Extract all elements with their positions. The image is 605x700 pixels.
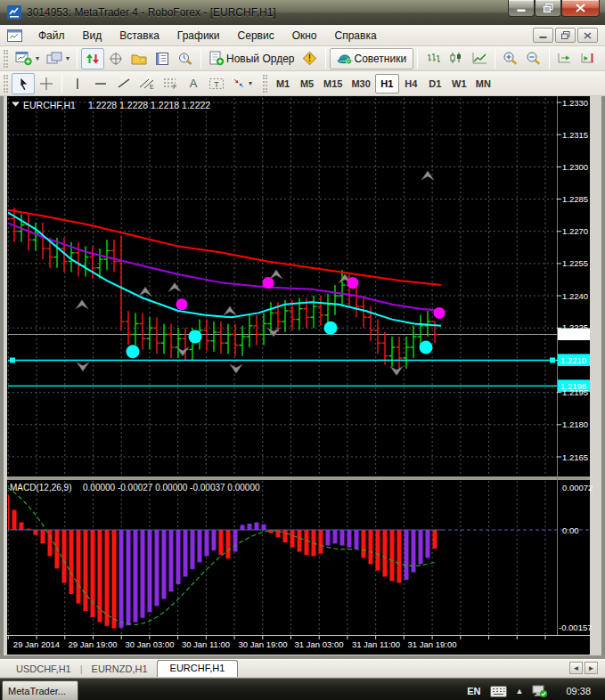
cursor-tool-button[interactable] xyxy=(12,73,35,94)
new-order-icon xyxy=(208,51,225,66)
separator xyxy=(61,74,62,94)
separator xyxy=(77,49,78,69)
auto-scroll-button[interactable] xyxy=(553,48,576,69)
time-tick: 30 Jan 03:00 xyxy=(126,639,175,649)
timeframe-h1[interactable]: H1 xyxy=(375,74,399,94)
taskbar-app-button[interactable]: MetaTrader... xyxy=(2,680,78,700)
tab-eurnzd[interactable]: EURNZD,H1 xyxy=(83,662,157,677)
chart-window-icon[interactable] xyxy=(7,29,22,42)
tab-usdchf[interactable]: USDCHF,H1 xyxy=(7,662,80,677)
macd-values: 0.00000 -0.00027 0.00000 -0.00037 0.0000… xyxy=(83,483,260,492)
alert-button[interactable]: ! xyxy=(298,48,322,69)
warning-icon: ! xyxy=(302,51,317,66)
menu-window[interactable]: Окно xyxy=(283,27,326,45)
expert-advisors-label: Советники xyxy=(355,53,407,65)
line-chart-type-button[interactable] xyxy=(468,48,491,69)
price-tick: 1.2255 xyxy=(562,258,588,268)
market-watch-button[interactable] xyxy=(81,48,104,69)
timeframe-m5[interactable]: M5 xyxy=(295,74,319,94)
timeframe-m30[interactable]: M30 xyxy=(347,74,374,94)
auto-scroll-icon xyxy=(557,52,573,65)
expert-advisors-button[interactable]: Советники xyxy=(330,48,414,69)
child-minimize-button[interactable] xyxy=(533,28,553,43)
tab-eurchf-active[interactable]: EURCHF,H1 xyxy=(157,660,239,677)
chart-shift-button[interactable] xyxy=(576,48,600,69)
bar-chart-type-button[interactable] xyxy=(421,48,445,69)
zoom-out-icon xyxy=(526,51,542,66)
time-tick: 31 Jan 03:00 xyxy=(295,639,344,649)
navigator-button[interactable] xyxy=(127,48,151,69)
toolbar-grip xyxy=(4,50,8,68)
hline-handle[interactable] xyxy=(550,357,555,362)
new-order-button[interactable]: Новый Ордер xyxy=(205,48,298,69)
time-tick: 31 Jan 11:00 xyxy=(352,639,400,649)
candlestick-type-button[interactable] xyxy=(445,48,468,69)
child-close-button[interactable] xyxy=(577,28,598,43)
new-order-label: Новый Ордер xyxy=(226,53,294,65)
menu-view[interactable]: Вид xyxy=(74,27,111,45)
menu-bar: Файл Вид Вставка Графики Сервис Окно Спр… xyxy=(0,25,605,46)
vertical-line-tool-button[interactable] xyxy=(66,73,89,94)
profiles-button[interactable]: ▾ xyxy=(43,48,73,69)
close-button[interactable] xyxy=(561,0,600,17)
crosshair-circle-icon xyxy=(108,52,124,66)
chevron-down-icon: ▾ xyxy=(36,54,39,62)
menu-help[interactable]: Справка xyxy=(326,27,386,45)
keyboard-icon[interactable] xyxy=(490,686,507,697)
cyan-signal-dot xyxy=(324,322,338,335)
restore-button[interactable] xyxy=(535,0,561,17)
macd-axis-zero: 0.00 xyxy=(562,525,579,535)
hline-handle[interactable] xyxy=(10,357,15,362)
standard-toolbar: ▾ ▾ Новый Ордер ! Сове xyxy=(0,46,605,71)
crosshair-tool-button[interactable] xyxy=(35,73,58,94)
menu-charts[interactable]: Графики xyxy=(168,27,229,45)
zoom-in-button[interactable] xyxy=(499,48,522,69)
svg-text:!: ! xyxy=(308,53,311,63)
timeframe-m1[interactable]: M1 xyxy=(271,74,295,94)
cyan-signal-dot xyxy=(189,330,202,343)
timeframe-w1[interactable]: W1 xyxy=(447,74,471,94)
line-chart-icon xyxy=(472,52,487,65)
zoom-out-button[interactable] xyxy=(522,48,545,69)
terminal-button[interactable] xyxy=(151,48,174,69)
timeframe-m15[interactable]: M15 xyxy=(319,74,347,94)
cyan-signal-dot xyxy=(127,345,140,358)
channel-tool-button[interactable]: E xyxy=(135,73,159,94)
taskbar-clock[interactable]: 09:38 xyxy=(566,686,591,696)
bar-chart-icon xyxy=(426,52,441,65)
separator xyxy=(417,49,418,69)
title-bar[interactable]: 3014953: MetaTrader 4 - RoboForex - [EUR… xyxy=(0,0,605,25)
child-restore-button[interactable] xyxy=(555,28,576,43)
market-watch-icon xyxy=(85,52,101,66)
trendline-tool-button[interactable] xyxy=(112,73,135,94)
text-tool-button[interactable]: A xyxy=(182,73,205,94)
time-tick: 29 Jan 2014 xyxy=(13,639,60,649)
magenta-signal-dot xyxy=(434,307,446,319)
arrows-tool-button[interactable]: ▾ xyxy=(228,73,256,94)
menu-insert[interactable]: Вставка xyxy=(110,27,168,45)
language-indicator[interactable]: EN xyxy=(467,686,480,696)
data-window-button[interactable] xyxy=(104,48,127,69)
new-chart-button[interactable]: ▾ xyxy=(12,48,43,69)
menu-tools[interactable]: Сервис xyxy=(229,27,283,45)
svg-text:A: A xyxy=(190,77,198,90)
tab-scroll-left-button[interactable]: ◄ xyxy=(569,662,583,674)
minimize-button[interactable] xyxy=(508,0,535,17)
svg-text:T: T xyxy=(214,79,219,88)
network-icon[interactable] xyxy=(532,685,548,698)
cursor-icon xyxy=(17,77,29,91)
timeframe-h4[interactable]: H4 xyxy=(399,74,423,94)
strategy-tester-button[interactable] xyxy=(174,48,197,69)
timeframe-mn[interactable]: MN xyxy=(471,74,495,94)
chart-canvas[interactable]: 1.22221.22101.2198 EURCHF,H1 1.2228 1.22… xyxy=(0,96,605,655)
fibonacci-tool-button[interactable]: F xyxy=(159,73,182,94)
horizontal-line-tool-button[interactable] xyxy=(89,73,112,94)
svg-text:E: E xyxy=(150,84,154,90)
menu-file[interactable]: Файл xyxy=(29,27,74,45)
timeframe-d1[interactable]: D1 xyxy=(423,74,447,94)
pane-separator[interactable] xyxy=(7,476,590,480)
chart-symbol-label: EURCHF,H1 xyxy=(23,100,76,110)
text-label-tool-button[interactable]: T xyxy=(205,73,228,94)
tab-scroll-right-button[interactable]: ► xyxy=(585,662,598,674)
show-hidden-icons[interactable]: ▲ xyxy=(516,687,524,696)
